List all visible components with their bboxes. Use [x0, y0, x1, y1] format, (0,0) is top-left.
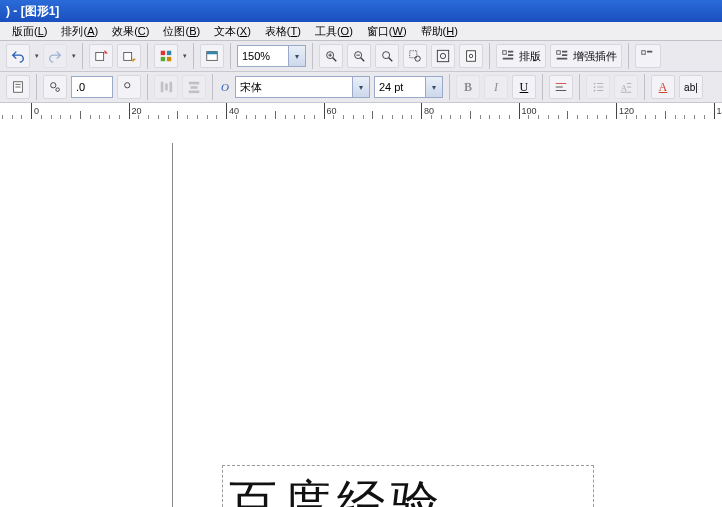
svg-line-18 — [389, 58, 393, 62]
svg-rect-5 — [167, 51, 171, 55]
svg-rect-46 — [189, 91, 200, 94]
svg-line-11 — [333, 58, 337, 62]
svg-rect-42 — [165, 84, 168, 91]
svg-rect-6 — [161, 57, 165, 61]
menu-arrange[interactable]: 排列(A) — [55, 24, 104, 39]
font-combo[interactable]: ▾ — [235, 76, 370, 98]
zoom-selection-button[interactable] — [403, 44, 427, 68]
svg-rect-0 — [96, 53, 104, 61]
app-launcher-button[interactable] — [154, 44, 178, 68]
align-distribute-v-button[interactable] — [182, 75, 206, 99]
svg-rect-27 — [508, 54, 513, 56]
svg-rect-7 — [167, 57, 171, 61]
menu-tools[interactable]: 工具(O) — [309, 24, 359, 39]
font-size-dropdown-button[interactable]: ▾ — [425, 77, 442, 97]
title-bar: ) - [图形1] — [0, 0, 722, 22]
font-dropdown-button[interactable]: ▾ — [352, 77, 369, 97]
app-launcher-dropdown[interactable]: ▾ — [183, 52, 187, 60]
dropcap-button[interactable]: A — [614, 75, 638, 99]
svg-rect-29 — [557, 51, 561, 55]
svg-text:A: A — [621, 83, 628, 93]
svg-point-39 — [56, 88, 60, 92]
menu-table[interactable]: 表格(T) — [259, 24, 307, 39]
svg-point-52 — [594, 86, 596, 88]
zoom-input[interactable] — [238, 47, 288, 65]
text-object[interactable]: 百度经验 — [222, 465, 594, 507]
svg-marker-1 — [105, 50, 109, 54]
svg-rect-41 — [161, 82, 164, 93]
redo-button[interactable] — [43, 44, 67, 68]
svg-point-20 — [415, 56, 420, 61]
toolbar-text: O ▾ ▾ B I U A A ab| — [0, 72, 722, 103]
decimal-combo[interactable] — [71, 76, 113, 98]
canvas-area[interactable]: 百度经验 — [0, 119, 722, 507]
svg-rect-33 — [642, 51, 646, 55]
align-distribute-h-button[interactable] — [154, 75, 178, 99]
svg-rect-26 — [508, 51, 513, 53]
menu-help[interactable]: 帮助(H) — [415, 24, 464, 39]
font-marker-icon: O — [219, 81, 231, 93]
page-edge — [172, 143, 722, 507]
menu-bitmap[interactable]: 位图(B) — [157, 24, 206, 39]
svg-rect-9 — [207, 52, 218, 55]
zoom-in-button[interactable] — [319, 44, 343, 68]
zoom-all-button[interactable] — [431, 44, 455, 68]
typeset-button[interactable]: 排版 — [496, 44, 546, 68]
text-align-button[interactable] — [549, 75, 573, 99]
more-button[interactable] — [635, 44, 661, 68]
zoom-page-button[interactable] — [459, 44, 483, 68]
svg-line-15 — [361, 58, 365, 62]
zoom-fit-button[interactable] — [375, 44, 399, 68]
svg-rect-2 — [124, 53, 132, 61]
svg-rect-43 — [170, 82, 173, 93]
svg-rect-30 — [562, 51, 567, 53]
import-button[interactable] — [89, 44, 113, 68]
menu-effect[interactable]: 效果(C) — [106, 24, 155, 39]
menu-text[interactable]: 文本(X) — [208, 24, 257, 39]
export-button[interactable] — [117, 44, 141, 68]
menu-window[interactable]: 窗口(W) — [361, 24, 413, 39]
svg-rect-28 — [503, 58, 514, 60]
window-title: ) - [图形1] — [6, 3, 59, 20]
svg-point-54 — [594, 90, 596, 92]
menu-layout[interactable]: 版面(L) — [6, 24, 53, 39]
edit-text-button[interactable]: ab| — [679, 75, 703, 99]
menu-bar: 版面(L) 排列(A) 效果(C) 位图(B) 文本(X) 表格(T) 工具(O… — [0, 22, 722, 41]
italic-button[interactable]: I — [484, 75, 508, 99]
enhance-plugin-button[interactable]: 增强插件 — [550, 44, 622, 68]
undo-button[interactable] — [6, 44, 30, 68]
svg-marker-3 — [133, 59, 137, 63]
svg-point-22 — [440, 53, 445, 58]
bullets-button[interactable] — [586, 75, 610, 99]
svg-rect-23 — [467, 51, 476, 62]
svg-rect-21 — [437, 50, 448, 61]
decimal-input[interactable] — [72, 78, 112, 96]
svg-rect-45 — [191, 86, 198, 89]
toolbar-main: ▾ ▾ ▾ ▾ — [0, 41, 722, 72]
zoom-out-button[interactable] — [347, 44, 371, 68]
svg-rect-44 — [189, 82, 200, 85]
svg-rect-4 — [161, 51, 165, 55]
svg-rect-25 — [503, 51, 507, 55]
svg-point-50 — [594, 83, 596, 85]
font-size-combo[interactable]: ▾ — [374, 76, 443, 98]
undo-history-dropdown[interactable]: ▾ — [35, 52, 39, 60]
svg-rect-34 — [647, 51, 652, 53]
text-content: 百度经验 — [229, 471, 445, 507]
font-size-input[interactable] — [375, 78, 425, 96]
underline-button[interactable]: U — [512, 75, 536, 99]
char-format-button[interactable]: A — [651, 75, 675, 99]
svg-rect-32 — [557, 58, 568, 60]
zoom-combo[interactable]: ▾ — [237, 45, 306, 67]
svg-point-38 — [51, 83, 56, 88]
svg-rect-31 — [562, 54, 567, 56]
font-name-input[interactable] — [236, 78, 352, 96]
redo-history-dropdown[interactable]: ▾ — [72, 52, 76, 60]
bold-button[interactable]: B — [456, 75, 480, 99]
doc-properties-button[interactable] — [6, 75, 30, 99]
welcome-screen-button[interactable] — [200, 44, 224, 68]
increase-decimals-button[interactable] — [117, 75, 141, 99]
zoom-dropdown-button[interactable]: ▾ — [288, 46, 305, 66]
decrease-decimals-button[interactable] — [43, 75, 67, 99]
svg-point-17 — [383, 52, 390, 59]
